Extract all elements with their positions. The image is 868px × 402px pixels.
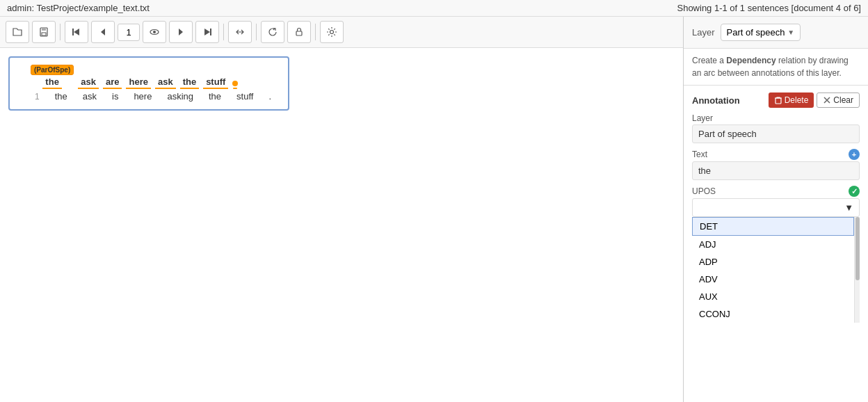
token-display-stuff: stuff [203,76,228,89]
project-path: admin: TestProject/example_text.txt [7,3,150,13]
svg-rect-2 [42,33,46,35]
svg-rect-1 [42,28,46,31]
layer-field: Layer Part of speech [692,113,860,143]
token-display-the2: the [180,76,200,89]
top-bar: admin: TestProject/example_text.txt Show… [0,0,868,17]
svg-marker-3 [74,29,79,35]
annotation-badge: (ParOfSpe) [31,65,74,75]
lock-button[interactable] [287,21,311,43]
token-here-display[interactable]: here [126,76,150,89]
word-here[interactable]: here [128,90,157,102]
layer-field-label: Layer [692,113,860,123]
upos-item-cconj[interactable]: CCONJ [692,305,854,323]
word-asking[interactable]: asking [161,90,199,102]
layer-desc-prefix: Create a [692,56,726,65]
text-field-label: Text + [692,149,860,160]
word-is[interactable]: is [106,90,124,102]
upos-check-icon: ✓ [849,186,860,197]
layer-header: Layer Part of speech ▼ [684,17,868,49]
word-stuff[interactable]: stuff [231,90,259,102]
token-are-display[interactable]: are [103,76,122,89]
text-field: Text + the [692,149,860,180]
svg-marker-5 [101,29,105,35]
text-field-value: the [692,161,860,180]
svg-point-12 [330,31,334,34]
upos-field-label: UPOS ✓ [692,186,860,197]
upos-field: UPOS ✓ ▼ DET ADJ ADP ADV AUX CCO [692,186,860,323]
sep3 [256,24,257,40]
upos-item-det[interactable]: DET [692,217,854,236]
open-folder-button[interactable] [6,21,29,43]
word-the[interactable]: the [49,90,73,102]
token-display-period [233,88,237,89]
add-text-icon[interactable]: + [849,149,860,160]
row-number-1: 1 [35,92,40,102]
layer-label-text: Layer [692,27,715,38]
word-period[interactable]: . [263,90,277,102]
scrollbar-track[interactable] [854,217,860,323]
svg-rect-13 [775,98,781,104]
save-button[interactable] [32,21,56,43]
svg-marker-9 [204,29,210,35]
svg-rect-11 [296,31,302,35]
annotation-header: Annotation Delete Clear [692,93,860,108]
layer-dropdown[interactable]: Part of speech ▼ [721,24,801,41]
token-the-annotated[interactable]: (ParOfSpe) the [31,65,74,89]
right-panel: Layer Part of speech ▼ Create a Dependen… [684,17,868,402]
nav-next-page-button[interactable] [195,21,219,43]
token-period-display[interactable] [232,81,238,89]
sentence-box: (ParOfSpe) the ask are here ask [8,56,289,111]
toggle-view-button[interactable] [228,21,252,43]
token-the2-display[interactable]: the [180,76,200,89]
nav-next-button[interactable] [169,21,193,43]
token-display-ask2: ask [155,76,176,89]
token-stuff-display[interactable]: stuff [203,76,228,89]
nav-prev-page-button[interactable] [65,21,88,43]
svg-point-7 [153,31,156,33]
word-the2[interactable]: the [203,90,227,102]
nav-prev-button[interactable] [91,21,115,43]
upos-list-container: DET ADJ ADP ADV AUX CCONJ [692,217,860,323]
sep4 [315,24,316,40]
sentence-info: Showing 1-1 of 1 sentences [document 4 o… [677,3,861,13]
layer-field-value: Part of speech [692,124,860,143]
clear-button[interactable]: Clear [817,93,860,108]
token-display-the: the [42,76,62,89]
token-display-are: are [103,76,122,89]
scrollbar-thumb [855,217,860,280]
sentence-area: (ParOfSpe) the ask are here ask [0,48,683,402]
delete-button[interactable]: Delete [769,93,814,108]
token-ask2-display[interactable]: ask [155,76,176,89]
view-button[interactable] [143,21,166,43]
annotation-panel: Annotation Delete Clear Layer [684,86,868,402]
token-display-ask: ask [78,76,99,89]
sep1 [60,24,61,40]
svg-rect-10 [210,29,211,35]
upos-list: DET ADJ ADP ADV AUX CCONJ [692,217,854,323]
token-display-here: here [126,76,150,89]
upos-search-box[interactable]: ▼ [692,198,860,217]
delete-label: Delete [785,95,809,105]
toolbar: 1 [0,17,683,48]
page-number: 1 [118,24,140,41]
word-ask[interactable]: ask [77,90,102,102]
upos-item-aux[interactable]: AUX [692,288,854,305]
refresh-button[interactable] [261,21,284,43]
upos-item-adp[interactable]: ADP [692,253,854,271]
clear-label: Clear [833,95,853,105]
layer-description: Create a Dependency relation by drawing … [684,49,868,86]
token-ask-display[interactable]: ask [78,76,99,89]
svg-marker-8 [179,29,183,35]
annotation-title: Annotation [692,95,740,106]
svg-rect-4 [72,29,74,35]
settings-button[interactable] [320,21,344,43]
text-row: 1 the ask is here asking the stuff . [21,90,277,102]
main-area: 1 [0,17,868,402]
chevron-down-icon: ▼ [787,29,794,36]
upos-item-adj[interactable]: ADJ [692,236,854,253]
sep2 [223,24,224,40]
upos-dropdown-arrow: ▼ [844,202,853,213]
annotation-actions: Delete Clear [769,93,860,108]
upos-item-adv[interactable]: ADV [692,271,854,288]
layer-dropdown-value: Part of speech [727,27,785,38]
